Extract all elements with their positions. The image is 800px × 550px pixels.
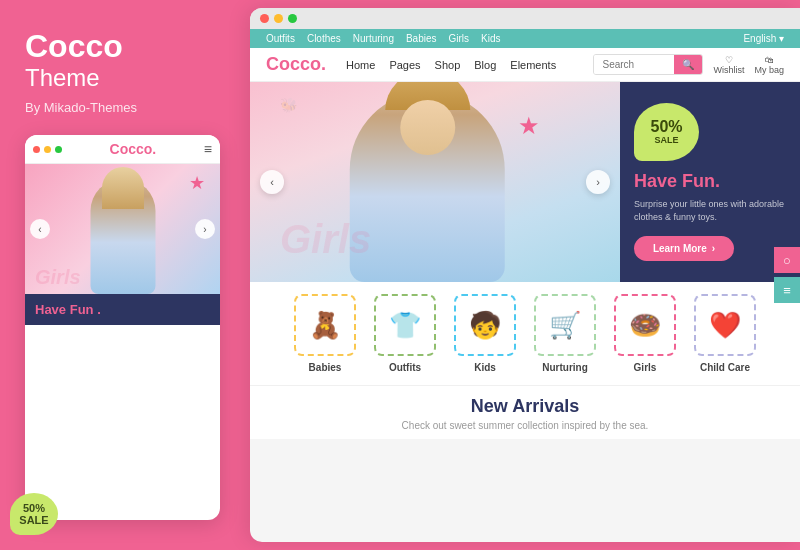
- sale-percent: 50%: [650, 119, 682, 135]
- brand-by: By Mikado-Themes: [25, 100, 225, 115]
- hero-description: Surprise your little ones with adorable …: [634, 198, 786, 223]
- bee-decoration: 🐝: [280, 97, 297, 113]
- new-arrivals-title: New Arrivals: [266, 396, 784, 417]
- mobile-sale-text: SALE: [25, 514, 49, 520]
- hero-star-decoration: ★: [518, 112, 540, 140]
- categories-section: 🧸 Babies 👕 Outfits 🧒 Kids 🛒 Nurturing 🍩 …: [250, 282, 800, 385]
- desktop-mockup: Outfits Clothes Nurturing Babies Girls K…: [250, 8, 800, 542]
- hero-girl-face: [400, 100, 455, 155]
- mobile-dot-red: [33, 146, 40, 153]
- category-childcare[interactable]: ❤️ Child Care: [689, 294, 761, 373]
- kids-icon-box: 🧒: [454, 294, 516, 356]
- nurturing-label: Nurturing: [542, 362, 588, 373]
- mobile-hero: ★ Girls ‹ ›: [25, 164, 220, 294]
- childcare-icon-box: ❤️: [694, 294, 756, 356]
- chrome-dot-green: [288, 14, 297, 23]
- top-nav-babies[interactable]: Babies: [406, 33, 437, 44]
- browser-chrome: [250, 8, 800, 29]
- search-box: 🔍: [593, 54, 703, 75]
- outfits-label: Outfits: [389, 362, 421, 373]
- mobile-watermark: Girls: [35, 266, 81, 289]
- brand-subtitle: Theme: [25, 64, 225, 92]
- childcare-label: Child Care: [700, 362, 750, 373]
- bag-icon: 🛍: [765, 55, 774, 65]
- search-button[interactable]: 🔍: [674, 55, 702, 74]
- wishlist-label: Wishlist: [713, 65, 744, 75]
- hero-title: Have Fun.: [634, 171, 786, 192]
- brand-name: Cocco: [25, 30, 225, 62]
- left-panel: Cocco Theme By Mikado-Themes Cocco. ≡ ★ …: [0, 0, 250, 550]
- sale-label: SALE: [654, 135, 678, 145]
- learn-more-label: Learn More: [653, 243, 707, 254]
- hero-image-area: ★ 🐝 Girls ‹ ›: [250, 82, 620, 282]
- bag-button[interactable]: 🛍 My bag: [754, 55, 784, 75]
- chrome-dot-red: [260, 14, 269, 23]
- mobile-menu-icon[interactable]: ≡: [204, 141, 212, 157]
- hero-arrows: ‹ ›: [250, 170, 620, 194]
- girls-icon-box: 🍩: [614, 294, 676, 356]
- mobile-sale-badge: 50% SALE: [25, 493, 58, 520]
- nav-shop[interactable]: Shop: [435, 59, 461, 71]
- outfits-icon-box: 👕: [374, 294, 436, 356]
- search-input[interactable]: [594, 55, 674, 74]
- heart-icon: ♡: [725, 55, 733, 65]
- nurturing-icon-box: 🛒: [534, 294, 596, 356]
- sale-badge: 50% SALE: [634, 103, 699, 161]
- mobile-logo: Cocco.: [110, 141, 157, 157]
- top-nav-outfits[interactable]: Outfits: [266, 33, 295, 44]
- babies-icon-box: 🧸: [294, 294, 356, 356]
- arrow-right-icon: ›: [712, 243, 715, 254]
- mobile-arrow-right[interactable]: ›: [195, 219, 215, 239]
- header-nav: Home Pages Shop Blog Elements: [346, 59, 593, 71]
- edge-icon-bottom[interactable]: ≡: [774, 277, 800, 303]
- hero-info-panel: 50% SALE Have Fun. Surprise your little …: [620, 82, 800, 282]
- main-header: Cocco. Home Pages Shop Blog Elements 🔍 ♡…: [250, 48, 800, 82]
- mobile-dots: [33, 146, 62, 153]
- mobile-mockup: Cocco. ≡ ★ Girls ‹ › 50% SALE Have: [25, 135, 220, 520]
- new-arrivals-subtitle: Check out sweet summer collection inspir…: [266, 420, 784, 431]
- bag-label: My bag: [754, 65, 784, 75]
- category-kids[interactable]: 🧒 Kids: [449, 294, 521, 373]
- edge-icon-top[interactable]: ○: [774, 247, 800, 273]
- mobile-top-bar: Cocco. ≡: [25, 135, 220, 164]
- mobile-have-fun: Have Fun .: [35, 302, 210, 317]
- hero-watermark: Girls: [280, 217, 371, 262]
- mobile-star: ★: [189, 172, 205, 194]
- babies-label: Babies: [309, 362, 342, 373]
- wishlist-button[interactable]: ♡ Wishlist: [713, 55, 744, 75]
- nav-pages[interactable]: Pages: [389, 59, 420, 71]
- hero-arrow-left[interactable]: ‹: [260, 170, 284, 194]
- learn-more-button[interactable]: Learn More ›: [634, 236, 734, 261]
- category-nurturing[interactable]: 🛒 Nurturing: [529, 294, 601, 373]
- header-right: 🔍 ♡ Wishlist 🛍 My bag: [593, 54, 784, 75]
- mobile-hero-bg: ★ Girls: [25, 164, 220, 294]
- header-icons: ♡ Wishlist 🛍 My bag: [713, 55, 784, 75]
- category-babies[interactable]: 🧸 Babies: [289, 294, 361, 373]
- mobile-dot-yellow: [44, 146, 51, 153]
- kids-label: Kids: [474, 362, 496, 373]
- top-nav-girls[interactable]: Girls: [449, 33, 470, 44]
- mobile-dot-green: [55, 146, 62, 153]
- mobile-arrow-left[interactable]: ‹: [30, 219, 50, 239]
- nav-home[interactable]: Home: [346, 59, 375, 71]
- girls-label: Girls: [634, 362, 657, 373]
- hero-section: ★ 🐝 Girls ‹ › 50% SALE Have Fun. Surpris…: [250, 82, 800, 282]
- category-outfits[interactable]: 👕 Outfits: [369, 294, 441, 373]
- top-nav-kids[interactable]: Kids: [481, 33, 500, 44]
- hero-arrow-right[interactable]: ›: [586, 170, 610, 194]
- category-girls[interactable]: 🍩 Girls: [609, 294, 681, 373]
- language-selector[interactable]: English ▾: [743, 33, 784, 44]
- chrome-dot-yellow: [274, 14, 283, 23]
- nav-elements[interactable]: Elements: [510, 59, 556, 71]
- nav-blog[interactable]: Blog: [474, 59, 496, 71]
- mobile-girl-hat: [102, 167, 144, 209]
- mobile-bottom-section: 50% SALE Have Fun .: [25, 294, 220, 325]
- top-nav-nurturing[interactable]: Nurturing: [353, 33, 394, 44]
- top-nav-bar: Outfits Clothes Nurturing Babies Girls K…: [250, 29, 800, 48]
- top-nav-clothes[interactable]: Clothes: [307, 33, 341, 44]
- right-edge-panel: ○ ≡: [774, 247, 800, 303]
- header-logo: Cocco.: [266, 54, 326, 75]
- mobile-sale-percent: 50%: [25, 502, 45, 514]
- new-arrivals-section: New Arrivals Check out sweet summer coll…: [250, 385, 800, 439]
